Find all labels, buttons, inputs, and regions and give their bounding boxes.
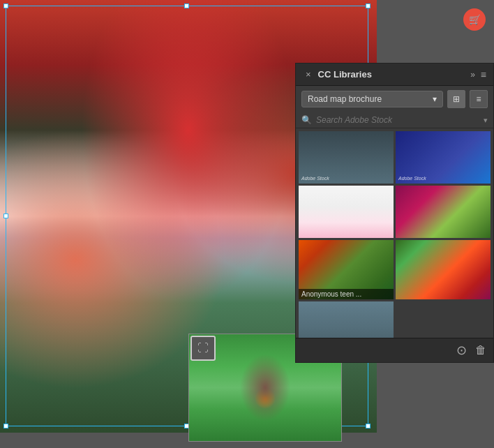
list-item[interactable] — [396, 186, 491, 238]
thumbnail-4 — [396, 186, 491, 238]
thumbnail-5-label: Anonymous teen ... — [299, 289, 394, 299]
panel-toolbar: Road map brochure ▾ ⊞ ≡ — [296, 86, 493, 112]
list-item[interactable]: Adobe Stock — [299, 131, 394, 184]
view-grid-button[interactable]: ⊞ — [447, 90, 465, 108]
list-item[interactable]: Anonymous teen ... — [299, 240, 394, 299]
list-icon: ≡ — [476, 94, 481, 104]
list-item[interactable] — [299, 301, 394, 338]
thumbnail-1: Adobe Stock — [299, 131, 394, 184]
dropdown-arrow: ▾ — [433, 94, 437, 104]
image-placeholder-symbol: ⛶ — [197, 342, 209, 354]
panel-close-button[interactable]: × — [303, 68, 314, 81]
adobe-stock-label-1: Adobe Stock — [301, 176, 329, 181]
panel-menu-button[interactable]: ≡ — [481, 69, 486, 80]
drag-placeholder-icon: ⛶ — [190, 336, 216, 361]
thumbnail-6 — [396, 240, 491, 299]
search-chevron-icon[interactable]: ▾ — [484, 116, 488, 125]
panel-title: CC Libraries — [318, 69, 372, 80]
panel-header: × CC Libraries » ≡ — [296, 64, 493, 86]
cart-icon[interactable]: 🛒 — [463, 8, 486, 31]
view-list-button[interactable]: ≡ — [470, 90, 488, 108]
delete-button[interactable]: 🗑 — [475, 344, 486, 357]
library-dropdown[interactable]: Road map brochure ▾ — [301, 91, 443, 107]
library-name: Road map brochure — [308, 94, 382, 104]
grid-icon: ⊞ — [453, 94, 460, 104]
thumbnail-7 — [299, 301, 394, 338]
panel-footer: ⊙ 🗑 — [296, 338, 493, 362]
search-icon: 🔍 — [301, 115, 312, 125]
list-item[interactable] — [299, 186, 394, 238]
thumbnail-2: Adobe Stock — [396, 131, 491, 184]
cc-libraries-panel: × CC Libraries » ≡ Road map brochure ▾ ⊞… — [295, 63, 494, 363]
list-item[interactable]: Adobe Stock — [396, 131, 491, 184]
image-grid: Adobe Stock Adobe Stock — [299, 131, 491, 338]
search-input[interactable] — [316, 115, 479, 125]
panel-search-row: 🔍 ▾ — [296, 112, 493, 128]
panel-title-row: × CC Libraries — [303, 68, 372, 81]
panel-content: Adobe Stock Adobe Stock — [296, 128, 493, 338]
creative-cloud-button[interactable]: ⊙ — [456, 343, 467, 358]
list-item[interactable] — [396, 240, 491, 299]
panel-collapse-button[interactable]: » — [470, 70, 475, 80]
adobe-stock-label-2: Adobe Stock — [398, 176, 426, 181]
thumbnail-3 — [299, 186, 394, 238]
